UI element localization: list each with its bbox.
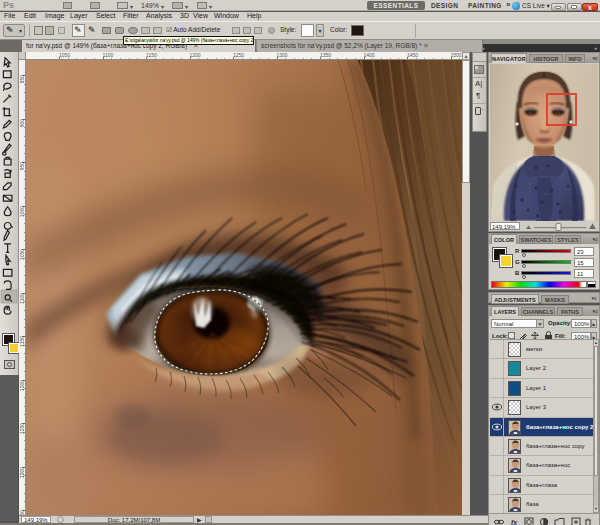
svg-text:fx: fx (511, 519, 518, 525)
